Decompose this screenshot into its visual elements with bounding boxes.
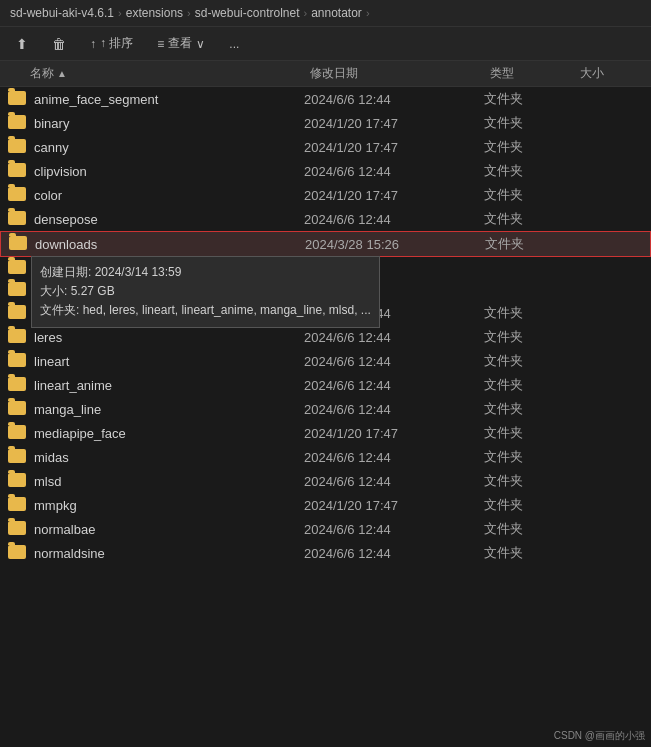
file-name: lama bbox=[34, 306, 304, 321]
col-header-type[interactable]: 类型 bbox=[490, 65, 580, 82]
breadcrumb-item-2[interactable]: extensions bbox=[126, 6, 183, 20]
file-date: 2024/6/6 12:44 bbox=[304, 354, 484, 369]
file-type: 文件夹 bbox=[484, 376, 574, 394]
sort-label: ↑ 排序 bbox=[100, 35, 133, 52]
file-date: 2024/6/6 12:44 bbox=[304, 522, 484, 537]
col-header-date[interactable]: 修改日期 bbox=[310, 65, 490, 82]
folder-icon bbox=[8, 473, 30, 489]
sort-button[interactable]: ↑ ↑ 排序 bbox=[84, 32, 139, 55]
file-name: mmpkg bbox=[34, 498, 304, 513]
table-row[interactable]: hed bbox=[0, 257, 651, 279]
file-name: mlsd bbox=[34, 474, 304, 489]
file-type: 文件夹 bbox=[484, 496, 574, 514]
table-row[interactable]: densepose2024/6/6 12:44文件夹 bbox=[0, 207, 651, 231]
file-type: 文件夹 bbox=[484, 90, 574, 108]
breadcrumb-item-4[interactable]: annotator bbox=[311, 6, 362, 20]
file-type: 文件夹 bbox=[484, 520, 574, 538]
column-headers: 名称 ▲ 修改日期 类型 大小 bbox=[0, 61, 651, 87]
table-row[interactable]: manga_line2024/6/6 12:44文件夹 bbox=[0, 397, 651, 421]
file-date: 2024/1/20 17:47 bbox=[304, 140, 484, 155]
share-button[interactable]: ⬆ bbox=[10, 33, 34, 55]
table-row[interactable]: lineart_anime2024/6/6 12:44文件夹 bbox=[0, 373, 651, 397]
file-name: normaldsine bbox=[34, 546, 304, 561]
folder-icon bbox=[8, 425, 30, 441]
table-row[interactable]: mediapipe_face2024/1/20 17:47文件夹 bbox=[0, 421, 651, 445]
folder-icon bbox=[9, 236, 31, 252]
table-row[interactable]: keypose bbox=[0, 279, 651, 301]
file-type: 文件夹 bbox=[484, 544, 574, 562]
file-type: 文件夹 bbox=[484, 138, 574, 156]
folder-icon bbox=[8, 139, 30, 155]
col-header-name[interactable]: 名称 ▲ bbox=[0, 65, 310, 82]
share-icon: ⬆ bbox=[16, 36, 28, 52]
file-date: 2024/6/6 12:44 bbox=[304, 92, 484, 107]
folder-icon bbox=[8, 282, 30, 298]
chevron-down-icon: ∨ bbox=[196, 37, 205, 51]
file-name: mediapipe_face bbox=[34, 426, 304, 441]
view-icon: ≡ bbox=[157, 37, 164, 51]
file-name: clipvision bbox=[34, 164, 304, 179]
file-name: keypose bbox=[34, 283, 304, 298]
table-row[interactable]: color2024/1/20 17:47文件夹 bbox=[0, 183, 651, 207]
table-row[interactable]: canny2024/1/20 17:47文件夹 bbox=[0, 135, 651, 159]
file-date: 2024/3/28 15:26 bbox=[305, 237, 485, 252]
delete-icon: 🗑 bbox=[52, 36, 66, 52]
watermark: CSDN @画画的小强 bbox=[554, 729, 645, 743]
table-row[interactable]: clipvision2024/6/6 12:44文件夹 bbox=[0, 159, 651, 183]
file-name: leres bbox=[34, 330, 304, 345]
delete-button[interactable]: 🗑 bbox=[46, 33, 72, 55]
breadcrumb-sep-3: › bbox=[303, 7, 307, 19]
folder-icon bbox=[8, 521, 30, 537]
table-row[interactable]: lama2024/6/6 12:44文件夹 bbox=[0, 301, 651, 325]
table-row[interactable]: anime_face_segment2024/6/6 12:44文件夹 bbox=[0, 87, 651, 111]
file-date: 2024/1/20 17:47 bbox=[304, 188, 484, 203]
table-row[interactable]: midas2024/6/6 12:44文件夹 bbox=[0, 445, 651, 469]
view-button[interactable]: ≡ 查看 ∨ bbox=[151, 32, 211, 55]
breadcrumb-sep-1: › bbox=[118, 7, 122, 19]
table-row[interactable]: binary2024/1/20 17:47文件夹 bbox=[0, 111, 651, 135]
file-type: 文件夹 bbox=[484, 400, 574, 418]
folder-icon bbox=[8, 497, 30, 513]
file-name: color bbox=[34, 188, 304, 203]
file-name: densepose bbox=[34, 212, 304, 227]
file-type: 文件夹 bbox=[484, 162, 574, 180]
table-row[interactable]: normalbae2024/6/6 12:44文件夹 bbox=[0, 517, 651, 541]
file-date: 2024/1/20 17:47 bbox=[304, 498, 484, 513]
table-row[interactable]: lineart2024/6/6 12:44文件夹 bbox=[0, 349, 651, 373]
file-date: 2024/6/6 12:44 bbox=[304, 306, 484, 321]
table-row[interactable]: downloads2024/3/28 15:26文件夹创建日期: 2024/3/… bbox=[0, 231, 651, 257]
file-date: 2024/1/20 17:47 bbox=[304, 116, 484, 131]
folder-icon bbox=[8, 91, 30, 107]
folder-icon bbox=[8, 377, 30, 393]
file-type: 文件夹 bbox=[484, 352, 574, 370]
file-type: 文件夹 bbox=[484, 328, 574, 346]
file-date: 2024/6/6 12:44 bbox=[304, 450, 484, 465]
folder-icon bbox=[8, 329, 30, 345]
file-name: lineart_anime bbox=[34, 378, 304, 393]
more-icon: ... bbox=[229, 37, 239, 51]
folder-icon bbox=[8, 260, 30, 276]
file-type: 文件夹 bbox=[484, 424, 574, 442]
file-name: anime_face_segment bbox=[34, 92, 304, 107]
file-type: 文件夹 bbox=[484, 472, 574, 490]
file-name: midas bbox=[34, 450, 304, 465]
file-date: 2024/6/6 12:44 bbox=[304, 164, 484, 179]
breadcrumb-item-3[interactable]: sd-webui-controlnet bbox=[195, 6, 300, 20]
table-row[interactable]: mmpkg2024/1/20 17:47文件夹 bbox=[0, 493, 651, 517]
file-date: 2024/6/6 12:44 bbox=[304, 212, 484, 227]
breadcrumb-item-1[interactable]: sd-webui-aki-v4.6.1 bbox=[10, 6, 114, 20]
folder-icon bbox=[8, 187, 30, 203]
file-type: 文件夹 bbox=[485, 235, 575, 253]
file-date: 2024/6/6 12:44 bbox=[304, 402, 484, 417]
more-button[interactable]: ... bbox=[223, 34, 245, 54]
file-type: 文件夹 bbox=[484, 448, 574, 466]
col-header-size[interactable]: 大小 bbox=[580, 65, 651, 82]
breadcrumb-sep-4: › bbox=[366, 7, 370, 19]
table-row[interactable]: normaldsine2024/6/6 12:44文件夹 bbox=[0, 541, 651, 565]
folder-icon bbox=[8, 401, 30, 417]
file-date: 2024/1/20 17:47 bbox=[304, 426, 484, 441]
file-name: downloads bbox=[35, 237, 305, 252]
file-name: hed bbox=[34, 261, 304, 276]
table-row[interactable]: mlsd2024/6/6 12:44文件夹 bbox=[0, 469, 651, 493]
table-row[interactable]: leres2024/6/6 12:44文件夹 bbox=[0, 325, 651, 349]
